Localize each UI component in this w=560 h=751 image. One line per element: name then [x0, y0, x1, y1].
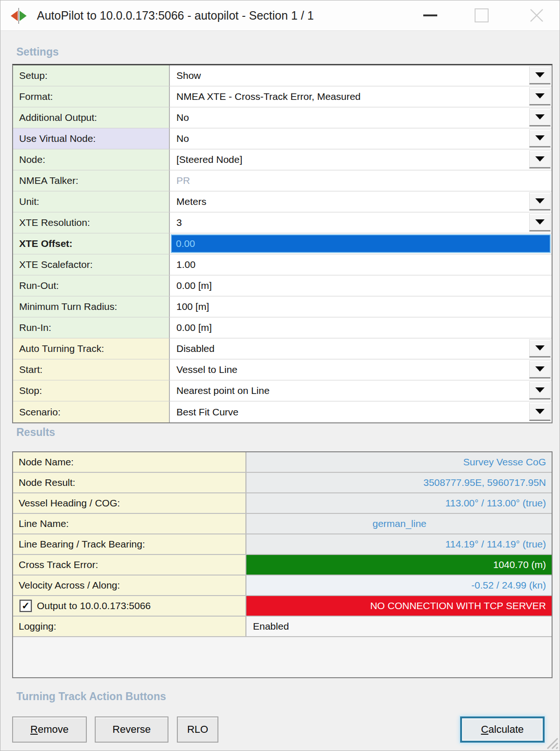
settings-row-value[interactable]: 1.00: [170, 254, 552, 275]
results-row-value: 114.19° / 114.19° (true): [246, 534, 552, 554]
settings-value-text: Meters: [176, 196, 206, 207]
actions-group-header: Turning Track Action Buttons: [16, 690, 166, 703]
maximize-icon: [475, 8, 489, 22]
settings-row: Run-In:0.00 [m]: [13, 317, 552, 338]
selected-text-field[interactable]: 0.00: [171, 234, 551, 253]
results-row: Node Name:Survey Vesse CoG: [13, 452, 552, 473]
settings-row-value[interactable]: [Steered Node]: [170, 149, 552, 170]
results-row-label: Node Name:: [13, 452, 246, 472]
window-title: AutoPilot to 10.0.0.173:5066 - autopilot…: [37, 0, 314, 30]
results-label-text: Output to 10.0.0.173:5066: [37, 600, 151, 611]
output-checkbox[interactable]: ✓: [20, 600, 32, 612]
settings-value-text: 0.00 [m]: [176, 322, 212, 333]
settings-row: XTE Scalefactor:1.00: [13, 254, 552, 275]
access-key: R: [30, 723, 38, 736]
settings-row-value[interactable]: Show: [170, 65, 552, 86]
settings-row-value[interactable]: Nearest point on Line: [170, 380, 552, 401]
settings-value-text: 1.00: [176, 259, 196, 270]
settings-row-value[interactable]: Meters: [170, 191, 552, 212]
settings-value-text: 0.00 [m]: [176, 280, 212, 291]
chevron-down-icon: [535, 93, 545, 98]
chevron-down-icon: [535, 387, 545, 393]
settings-row-label: Node:: [13, 149, 170, 170]
chevron-down-icon: [535, 219, 545, 225]
results-row-value: Enabled: [246, 617, 552, 636]
dropdown-button[interactable]: [529, 66, 551, 84]
settings-row-value[interactable]: NMEA XTE - Cross-Track Error, Measured: [170, 86, 552, 107]
results-row-value: german_line: [246, 514, 552, 533]
results-row: Velocity Across / Along:-0.52 / 24.99 (k…: [13, 576, 552, 596]
chevron-down-icon: [535, 114, 545, 119]
resize-grip-icon[interactable]: [542, 733, 559, 750]
settings-row: Node:[Steered Node]: [13, 149, 552, 170]
minimize-icon: [423, 14, 437, 16]
results-table: Node Name:Survey Vesse CoGNode Result:35…: [12, 451, 553, 678]
settings-row-label: Run-In:: [13, 317, 170, 338]
chevron-down-icon: [535, 366, 545, 372]
settings-row-value[interactable]: 0.00 [m]: [170, 275, 552, 296]
settings-row: Minimum Turn Radius:100 [m]: [13, 296, 552, 317]
settings-value-text: NMEA XTE - Cross-Track Error, Measured: [176, 91, 361, 102]
access-key: C: [481, 723, 489, 736]
settings-row-value[interactable]: Best Fit Curve: [170, 401, 552, 422]
settings-row: Auto Turning Track:Disabled: [13, 338, 552, 359]
dropdown-button[interactable]: [529, 192, 551, 211]
settings-row-label: Format:: [13, 86, 170, 107]
settings-row-value[interactable]: 0.00 [m]: [170, 317, 552, 338]
results-row-label: Line Bearing / Track Bearing:: [13, 534, 246, 554]
results-row: Logging:Enabled: [13, 617, 552, 637]
settings-row-value[interactable]: 3: [170, 212, 552, 233]
settings-row: Run-Out:0.00 [m]: [13, 275, 552, 296]
results-row: Line Bearing / Track Bearing:114.19° / 1…: [13, 534, 552, 555]
dropdown-button[interactable]: [529, 402, 551, 421]
settings-row-label: Auto Turning Track:: [13, 338, 170, 359]
settings-value-text: [Steered Node]: [176, 154, 242, 165]
settings-value-text: Show: [176, 70, 201, 81]
results-row-label: ✓Output to 10.0.0.173:5066: [13, 596, 246, 616]
settings-row-value[interactable]: No: [170, 128, 552, 149]
settings-row-label: Additional Output:: [13, 107, 170, 128]
dropdown-button[interactable]: [529, 360, 551, 379]
dropdown-button[interactable]: [529, 213, 551, 232]
results-row-label: Cross Track Error:: [13, 555, 246, 575]
button-label: Reverse: [112, 723, 151, 736]
settings-row-value[interactable]: 0.00: [170, 233, 552, 254]
settings-value-text: Vessel to Line: [176, 364, 238, 375]
dropdown-button[interactable]: [529, 108, 551, 126]
settings-row-value[interactable]: Vessel to Line: [170, 359, 552, 380]
close-icon: [528, 7, 545, 24]
results-empty-area: [13, 637, 552, 677]
dropdown-button[interactable]: [529, 381, 551, 400]
chevron-down-icon: [535, 135, 545, 140]
dropdown-button[interactable]: [529, 339, 551, 358]
settings-row-label: Minimum Turn Radius:: [13, 296, 170, 317]
settings-row: Setup:Show: [13, 65, 552, 86]
rlo-button[interactable]: RLO: [177, 716, 218, 743]
settings-row-label: Start:: [13, 359, 170, 380]
reverse-button[interactable]: Reverse: [95, 716, 168, 743]
results-row-value: 113.00° / 113.00° (true): [246, 493, 552, 513]
close-button[interactable]: [522, 0, 551, 30]
maximize-button: [467, 0, 496, 30]
dropdown-button[interactable]: [529, 87, 551, 105]
settings-table: Setup:ShowFormat:NMEA XTE - Cross-Track …: [12, 64, 553, 423]
settings-row-label: Use Virtual Node:: [13, 128, 170, 149]
dropdown-button[interactable]: [529, 129, 551, 147]
settings-row-value[interactable]: 100 [m]: [170, 296, 552, 317]
title-bar: AutoPilot to 10.0.0.173:5066 - autopilot…: [0, 0, 560, 31]
settings-row: XTE Offset:0.00: [13, 233, 552, 254]
settings-value-text: 100 [m]: [176, 301, 209, 312]
remove-button[interactable]: Remove: [12, 716, 87, 743]
results-row-label: Velocity Across / Along:: [13, 576, 246, 595]
dropdown-button[interactable]: [529, 150, 551, 168]
calculate-button[interactable]: Calculate: [460, 716, 545, 743]
settings-row: XTE Resolution:3: [13, 212, 552, 233]
chevron-down-icon: [535, 156, 545, 161]
settings-row-value[interactable]: No: [170, 107, 552, 128]
settings-value-text: No: [176, 112, 189, 123]
settings-row-value[interactable]: Disabled: [170, 338, 552, 359]
results-row-value: 1040.70 (m): [246, 555, 552, 575]
settings-row-label: XTE Offset:: [13, 233, 170, 254]
button-label: RLO: [187, 723, 208, 736]
minimize-button[interactable]: [416, 0, 445, 30]
